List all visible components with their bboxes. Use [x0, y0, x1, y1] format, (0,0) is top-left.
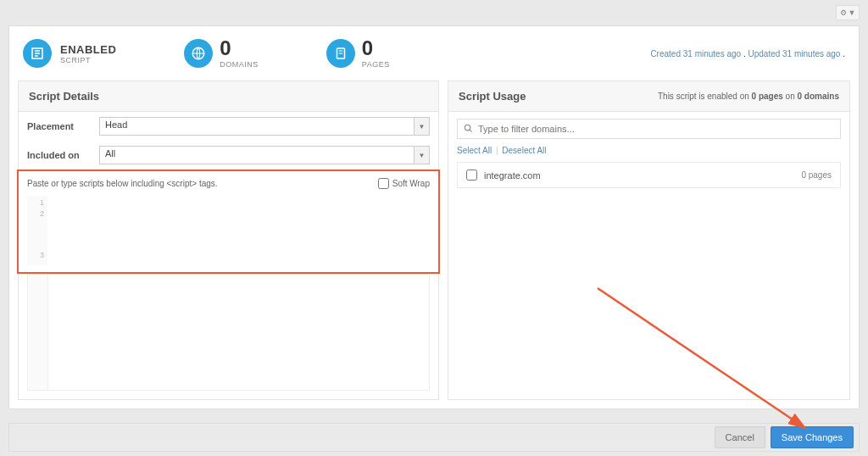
status-sublabel: SCRIPT — [60, 56, 116, 64]
chevron-down-icon: ▼ — [849, 8, 856, 17]
script-details-header: Script Details — [19, 81, 438, 112]
domains-label: DOMAINS — [220, 60, 259, 70]
editor-instructions-row: Paste or type scripts below including <s… — [19, 171, 438, 196]
domain-filter-input[interactable] — [457, 119, 841, 139]
code-editor[interactable]: 1 2 3 — [27, 196, 430, 265]
line-number: 1 — [27, 197, 44, 209]
included-on-row: Included on All ▼ — [19, 141, 438, 170]
script-usage-header: Script Usage This script is enabled on 0… — [448, 81, 849, 112]
main-card: ENABLED SCRIPT 0 DOMAINS 0 PAGES Created — [8, 25, 860, 409]
editor-instructions: Paste or type scripts below including <s… — [27, 179, 218, 188]
divider: | — [496, 146, 498, 155]
line-number: 2 — [27, 209, 44, 220]
globe-icon — [184, 39, 213, 68]
settings-gear-dropdown[interactable]: ⚙ ▼ — [836, 5, 860, 20]
line-number: 3 — [27, 250, 44, 261]
script-details-title: Script Details — [29, 90, 99, 103]
content-row: Script Details Placement Head ▼ Included… — [9, 81, 859, 409]
editor-gutter — [28, 275, 48, 390]
domain-row[interactable]: integrate.com 0 pages — [457, 162, 841, 188]
pages-count: 0 — [362, 36, 390, 60]
select-links: Select All | Deselect All — [448, 146, 849, 162]
usage-summary: This script is enabled on 0 pages on 0 d… — [658, 92, 839, 101]
gear-icon: ⚙ — [840, 8, 847, 17]
domains-count-block: 0 DOMAINS — [184, 36, 259, 70]
status-text: ENABLED SCRIPT — [60, 43, 116, 64]
pages-icon — [326, 39, 355, 68]
usage-summary-on: on — [783, 92, 798, 101]
select-all-link[interactable]: Select All — [457, 146, 492, 155]
timestamp-trailing-dot: . — [840, 49, 845, 58]
editor-highlight-box: Paste or type scripts below including <s… — [17, 170, 440, 274]
placement-row: Placement Head ▼ — [19, 112, 438, 141]
domain-name: integrate.com — [484, 170, 541, 181]
usage-summary-prefix: This script is enabled on — [658, 92, 752, 101]
included-on-value: All — [99, 146, 430, 164]
included-on-label: Included on — [27, 150, 91, 160]
script-details-panel: Script Details Placement Head ▼ Included… — [18, 81, 439, 400]
status-block: ENABLED SCRIPT — [23, 39, 116, 68]
domain-checkbox[interactable] — [466, 170, 477, 181]
code-editor-extra[interactable] — [27, 274, 430, 391]
domain-filter-row — [448, 112, 849, 146]
deselect-all-link[interactable]: Deselect All — [502, 146, 546, 155]
editor-content[interactable] — [47, 196, 430, 265]
placement-select[interactable]: Head ▼ — [99, 117, 430, 136]
domain-page-count: 0 pages — [801, 170, 832, 180]
updated-link[interactable]: Updated 31 minutes ago — [748, 49, 840, 58]
pages-count-block: 0 PAGES — [326, 36, 390, 70]
placement-label: Placement — [27, 121, 91, 131]
svg-point-2 — [465, 125, 470, 130]
timestamps: Created 31 minutes ago . Updated 31 minu… — [650, 49, 845, 58]
cancel-button[interactable]: Cancel — [715, 426, 765, 448]
summary-header: ENABLED SCRIPT 0 DOMAINS 0 PAGES Created — [9, 26, 859, 81]
pages-label: PAGES — [362, 60, 390, 70]
script-usage-title: Script Usage — [459, 90, 526, 103]
footer-actions: Cancel Save Changes — [8, 423, 860, 452]
domains-count: 0 — [220, 36, 259, 60]
soft-wrap-toggle[interactable]: Soft Wrap — [378, 178, 430, 189]
status-title: ENABLED — [60, 43, 116, 56]
script-usage-panel: Script Usage This script is enabled on 0… — [448, 81, 850, 400]
created-link[interactable]: Created 31 minutes ago — [650, 49, 741, 58]
editor-gutter: 1 2 3 — [27, 196, 47, 265]
usage-summary-domains: 0 domains — [798, 92, 839, 101]
included-on-select[interactable]: All ▼ — [99, 146, 430, 164]
search-icon — [464, 124, 473, 135]
script-icon — [23, 39, 52, 68]
usage-summary-pages: 0 pages — [752, 92, 783, 101]
top-bar: ⚙ ▼ — [0, 0, 868, 25]
soft-wrap-label: Soft Wrap — [392, 179, 430, 188]
save-changes-button[interactable]: Save Changes — [771, 426, 854, 448]
soft-wrap-checkbox[interactable] — [378, 178, 389, 189]
placement-value: Head — [99, 117, 430, 136]
